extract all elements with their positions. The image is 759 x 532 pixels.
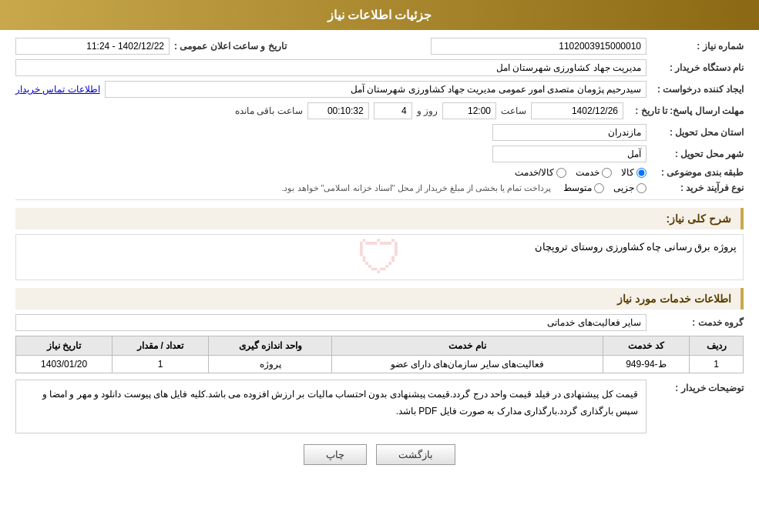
- buyer-org-label: نام دستگاه خریدار :: [651, 62, 744, 73]
- need-description-area: 🛡 پروژه برق رسانی چاه کشاورزی روستای ترو…: [15, 234, 744, 280]
- table-header: ردیف کد خدمت نام خدمت واحد اندازه گیری ت…: [16, 336, 744, 356]
- category-radio-group: کالا خدمت کالا/خدمت: [515, 167, 646, 178]
- deadline-day-label: روز و: [417, 105, 438, 116]
- announce-field: 1402/12/22 - 11:24: [15, 38, 170, 55]
- cell-code: ط-94-949: [603, 356, 690, 373]
- deadline-remaining-label: ساعت باقی مانده: [235, 105, 303, 116]
- creator-label: ایجاد کننده درخواست :: [651, 84, 744, 95]
- need-number-field: 1102003915000010: [431, 38, 646, 55]
- buyer-notes-text: قیمت کل پیشنهادی در فیلد قیمت واحد درج گ…: [15, 380, 646, 433]
- cell-rownum: 1: [690, 356, 744, 373]
- process-label: نوع فرآیند خرید :: [651, 182, 744, 193]
- deadline-remaining-field: 00:10:32: [307, 102, 369, 119]
- table-body: 1 ط-94-949 فعالیت‌های سایر سازمان‌های دا…: [16, 356, 744, 373]
- deadline-time-label: ساعت: [501, 105, 526, 116]
- province-row: استان محل تحویل : مازندران: [15, 124, 744, 141]
- process-option-motavaset[interactable]: متوسط: [563, 182, 604, 193]
- page-wrapper: جزئیات اطلاعات نیاز شماره نیاز : 1102003…: [0, 0, 759, 532]
- col-qty: تعداد / مقدار: [113, 336, 209, 356]
- city-row: شهر محل تحویل : آمل: [15, 146, 744, 162]
- services-table: ردیف کد خدمت نام خدمت واحد اندازه گیری ت…: [15, 336, 744, 373]
- creator-field: سیدرحیم پژومان متصدی امور عمومی مدیریت ج…: [105, 81, 646, 98]
- page-header: جزئیات اطلاعات نیاز: [0, 0, 759, 30]
- category-option-kala[interactable]: کالا: [621, 167, 646, 178]
- divider-1: [15, 199, 744, 200]
- deadline-time-field: 12:00: [442, 102, 496, 119]
- buyer-notes-label: توضیحات خریدار :: [651, 380, 744, 393]
- col-unit: واحد اندازه گیری: [209, 336, 332, 356]
- service-group-label: گروه خدمت :: [651, 317, 744, 328]
- back-button[interactable]: بازگشت: [376, 444, 455, 465]
- deadline-label: مهلت ارسال پاسخ: تا تاریخ :: [628, 105, 744, 116]
- announce-label: تاریخ و ساعت اعلان عمومی :: [174, 41, 287, 52]
- buyer-org-row: نام دستگاه خریدار : مدیریت جهاد کشاورزی …: [15, 59, 744, 76]
- deadline-date-field: 1402/12/26: [531, 102, 623, 119]
- process-option-jozi[interactable]: جزیی: [613, 182, 646, 193]
- cell-unit: پروژه: [209, 356, 332, 373]
- process-radio-group: جزیی متوسط: [563, 182, 646, 193]
- table-header-row: ردیف کد خدمت نام خدمت واحد اندازه گیری ت…: [16, 336, 744, 356]
- category-option-both[interactable]: کالا/خدمت: [515, 167, 566, 178]
- print-button[interactable]: چاپ: [304, 444, 367, 465]
- province-label: استان محل تحویل :: [651, 127, 744, 138]
- col-code: کد خدمت: [603, 336, 690, 356]
- main-content: شماره نیاز : 1102003915000010 تاریخ و سا…: [0, 30, 759, 483]
- creator-row: ایجاد کننده درخواست : سیدرحیم پژومان متص…: [15, 81, 744, 98]
- col-date: تاریخ نیاز: [16, 336, 113, 356]
- process-row: نوع فرآیند خرید : جزیی متوسط پرداخت تمام…: [15, 182, 744, 193]
- service-group-field: سایر فعالیت‌های خدماتی: [15, 314, 646, 331]
- col-rownum: ردیف: [690, 336, 744, 356]
- buyer-org-field: مدیریت جهاد کشاورزی شهرستان امل: [15, 59, 646, 76]
- buyer-notes-row: توضیحات خریدار : قیمت کل پیشنهادی در فیل…: [15, 380, 744, 433]
- cell-date: 1403/01/20: [16, 356, 113, 373]
- city-label: شهر محل تحویل :: [651, 149, 744, 159]
- contact-link[interactable]: اطلاعات تماس خریدار: [15, 84, 100, 95]
- services-title: اطلاعات خدمات مورد نیاز: [15, 288, 744, 309]
- category-label: طبقه بندی موضوعی :: [651, 167, 744, 178]
- deadline-days-field: 4: [374, 102, 412, 119]
- category-option-khedmat[interactable]: خدمت: [576, 167, 612, 178]
- province-field: مازندران: [492, 124, 646, 141]
- table-row: 1 ط-94-949 فعالیت‌های سایر سازمان‌های دا…: [16, 356, 744, 373]
- category-row: طبقه بندی موضوعی : کالا خدمت کالا/خدمت: [15, 167, 744, 178]
- need-number-row: شماره نیاز : 1102003915000010 تاریخ و سا…: [15, 38, 744, 55]
- process-note: پرداخت تمام یا بخشی از مبلغ خریدار از مح…: [281, 183, 551, 193]
- service-group-row: گروه خدمت : سایر فعالیت‌های خدماتی: [15, 314, 744, 331]
- col-name: نام خدمت: [332, 336, 603, 356]
- watermark: 🛡: [357, 231, 403, 284]
- need-description-title: شرح کلی نیاز:: [15, 208, 744, 229]
- button-row: بازگشت چاپ: [15, 444, 744, 465]
- cell-qty: 1: [113, 356, 209, 373]
- deadline-row: مهلت ارسال پاسخ: تا تاریخ : 1402/12/26 س…: [15, 102, 744, 119]
- page-title: جزئیات اطلاعات نیاز: [327, 8, 432, 22]
- cell-name: فعالیت‌های سایر سازمان‌های دارای عضو: [332, 356, 603, 373]
- need-number-label: شماره نیاز :: [651, 41, 744, 52]
- city-field: آمل: [492, 146, 646, 162]
- need-description-text: پروژه برق رسانی چاه کشاورزی روستای تروپچ…: [22, 241, 737, 253]
